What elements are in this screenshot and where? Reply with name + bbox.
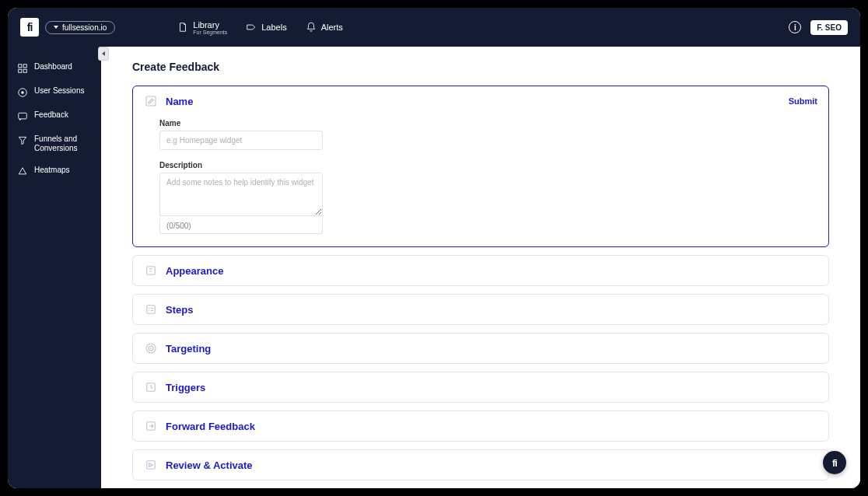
- panel-targeting-title: Targeting: [166, 343, 817, 355]
- bell-icon: [306, 22, 317, 33]
- trigger-icon: [144, 380, 158, 394]
- logo-mark-icon: fi: [20, 18, 39, 37]
- panel-triggers-title: Triggers: [166, 382, 817, 393]
- chevron-down-icon: [54, 26, 58, 29]
- panel-review-activate: Review & Activate: [132, 449, 829, 480]
- nav-library[interactable]: Library For Segments: [177, 20, 227, 35]
- nav-library-sub: For Segments: [193, 30, 227, 35]
- panel-steps: Steps: [132, 294, 829, 325]
- review-icon: [144, 458, 158, 472]
- svg-point-14: [150, 348, 152, 349]
- funnel-icon: [17, 135, 28, 146]
- nav-library-label: Library: [193, 20, 219, 30]
- svg-rect-0: [19, 65, 22, 68]
- panel-steps-header[interactable]: Steps: [133, 295, 828, 324]
- sidebar-item-feedback[interactable]: Feedback: [8, 104, 101, 128]
- svg-rect-9: [147, 306, 156, 314]
- panel-targeting: Targeting: [132, 333, 829, 364]
- target-icon: [144, 341, 158, 355]
- sidebar-item-label: Dashboard: [34, 62, 72, 72]
- sidebar-item-funnels[interactable]: Funnels and Conversions: [8, 128, 101, 159]
- appearance-icon: [144, 264, 158, 278]
- svg-rect-1: [23, 65, 26, 68]
- edit-icon: [144, 94, 158, 108]
- sidebar-collapse-handle[interactable]: [98, 47, 109, 61]
- panel-steps-title: Steps: [166, 304, 817, 316]
- sidebar-item-heatmaps[interactable]: Heatmaps: [8, 159, 101, 183]
- logo: fi: [20, 18, 39, 37]
- nav-labels-label: Labels: [261, 23, 286, 32]
- name-input[interactable]: [159, 131, 323, 150]
- sidebar-item-user-sessions[interactable]: User Sessions: [8, 80, 101, 104]
- site-selector-label: fullsession.io: [62, 23, 107, 32]
- svg-point-5: [21, 91, 24, 94]
- svg-point-11: [149, 310, 150, 312]
- description-char-count: (0/500): [159, 218, 323, 234]
- library-icon: [177, 22, 188, 33]
- svg-rect-6: [19, 113, 27, 119]
- main-content: Create Feedback Name Submit Name Descrip…: [101, 47, 860, 488]
- panel-name: Name Submit Name Description (0/500): [132, 86, 829, 247]
- panel-triggers: Triggers: [132, 372, 829, 403]
- panel-appearance: Appearance: [132, 255, 829, 286]
- floating-help-badge[interactable]: fi: [823, 451, 846, 474]
- app-window: fi fullsession.io Library For Segments L…: [8, 8, 860, 488]
- panel-appearance-header[interactable]: Appearance: [133, 256, 828, 285]
- svg-rect-8: [147, 267, 156, 275]
- svg-rect-2: [19, 69, 22, 72]
- page-title: Create Feedback: [132, 61, 829, 73]
- dashboard-icon: [17, 63, 28, 74]
- svg-rect-3: [23, 69, 26, 72]
- sidebar-item-label: User Sessions: [34, 86, 84, 96]
- description-field-label: Description: [159, 161, 802, 169]
- topbar: fi fullsession.io Library For Segments L…: [8, 8, 860, 47]
- nav-alerts[interactable]: Alerts: [306, 20, 343, 35]
- panel-review-activate-header[interactable]: Review & Activate: [133, 450, 828, 480]
- panel-forward-feedback: Forward Feedback: [132, 410, 829, 442]
- svg-rect-17: [147, 461, 156, 470]
- label-icon: [246, 22, 257, 33]
- panel-forward-feedback-header[interactable]: Forward Feedback: [133, 411, 828, 441]
- panel-forward-feedback-title: Forward Feedback: [166, 421, 817, 432]
- sessions-icon: [17, 87, 28, 98]
- panel-triggers-header[interactable]: Triggers: [133, 372, 828, 402]
- sidebar-item-label: Feedback: [34, 110, 68, 120]
- body: Dashboard User Sessions Feedback Funnels…: [8, 47, 860, 488]
- heatmap-icon: [17, 166, 28, 177]
- svg-point-10: [149, 308, 150, 309]
- name-field-label: Name: [159, 119, 802, 127]
- steps-icon: [144, 302, 158, 316]
- description-textarea[interactable]: [159, 173, 323, 216]
- nav-labels[interactable]: Labels: [246, 20, 286, 35]
- panel-targeting-header[interactable]: Targeting: [133, 334, 828, 363]
- panel-name-body: Name Description (0/500): [133, 116, 828, 246]
- panel-name-title: Name: [166, 96, 781, 107]
- info-icon[interactable]: i: [789, 21, 801, 33]
- panel-appearance-title: Appearance: [166, 265, 817, 277]
- site-selector[interactable]: fullsession.io: [45, 21, 115, 34]
- feedback-icon: [17, 111, 28, 122]
- panel-name-header[interactable]: Name Submit: [133, 86, 828, 116]
- sidebar-item-label: Heatmaps: [34, 166, 70, 175]
- sidebar-item-label: Funnels and Conversions: [34, 134, 92, 153]
- sidebar: Dashboard User Sessions Feedback Funnels…: [8, 47, 101, 488]
- sidebar-item-dashboard[interactable]: Dashboard: [8, 56, 101, 80]
- user-chip[interactable]: F. SEO: [810, 20, 848, 35]
- forward-icon: [144, 419, 158, 433]
- svg-rect-7: [146, 96, 156, 106]
- panel-review-activate-title: Review & Activate: [166, 459, 817, 471]
- nav-alerts-label: Alerts: [321, 23, 343, 32]
- top-nav: Library For Segments Labels Alerts: [177, 20, 343, 35]
- submit-button[interactable]: Submit: [789, 96, 817, 106]
